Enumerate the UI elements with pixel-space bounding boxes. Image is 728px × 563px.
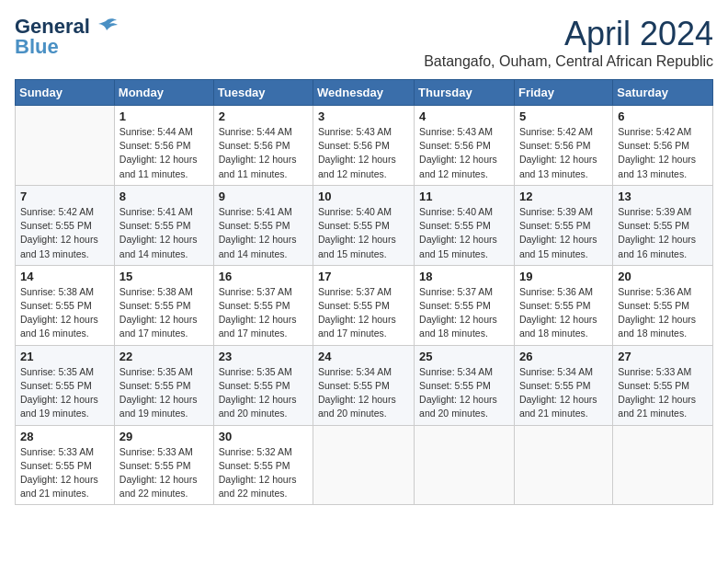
calendar-week-5: 28Sunrise: 5:33 AM Sunset: 5:55 PM Dayli… — [16, 425, 713, 505]
day-info: Sunrise: 5:37 AM Sunset: 5:55 PM Dayligh… — [318, 285, 409, 341]
calendar-cell: 30Sunrise: 5:32 AM Sunset: 5:55 PM Dayli… — [213, 425, 313, 505]
day-info: Sunrise: 5:32 AM Sunset: 5:55 PM Dayligh… — [219, 445, 308, 501]
day-info: Sunrise: 5:35 AM Sunset: 5:55 PM Dayligh… — [219, 365, 308, 421]
day-info: Sunrise: 5:39 AM Sunset: 5:55 PM Dayligh… — [519, 205, 608, 261]
day-info: Sunrise: 5:40 AM Sunset: 5:55 PM Dayligh… — [318, 205, 409, 261]
day-info: Sunrise: 5:43 AM Sunset: 5:56 PM Dayligh… — [318, 125, 409, 181]
calendar-cell: 9Sunrise: 5:41 AM Sunset: 5:55 PM Daylig… — [213, 185, 313, 265]
calendar-cell: 29Sunrise: 5:33 AM Sunset: 5:55 PM Dayli… — [114, 425, 213, 505]
day-info: Sunrise: 5:35 AM Sunset: 5:55 PM Dayligh… — [20, 365, 109, 421]
calendar-cell: 26Sunrise: 5:34 AM Sunset: 5:55 PM Dayli… — [514, 345, 612, 425]
calendar-cell: 16Sunrise: 5:37 AM Sunset: 5:55 PM Dayli… — [213, 265, 313, 345]
calendar-cell: 12Sunrise: 5:39 AM Sunset: 5:55 PM Dayli… — [514, 185, 612, 265]
day-info: Sunrise: 5:39 AM Sunset: 5:55 PM Dayligh… — [618, 205, 708, 261]
day-info: Sunrise: 5:42 AM Sunset: 5:56 PM Dayligh… — [519, 125, 608, 181]
day-number: 20 — [618, 270, 708, 283]
day-info: Sunrise: 5:33 AM Sunset: 5:55 PM Dayligh… — [119, 445, 209, 501]
calendar-header-tuesday: Tuesday — [213, 80, 313, 106]
day-number: 18 — [419, 270, 509, 283]
calendar-cell: 14Sunrise: 5:38 AM Sunset: 5:55 PM Dayli… — [16, 265, 115, 345]
calendar-cell: 28Sunrise: 5:33 AM Sunset: 5:55 PM Dayli… — [16, 425, 115, 505]
day-number: 12 — [519, 190, 608, 203]
day-number: 23 — [219, 350, 308, 363]
day-info: Sunrise: 5:40 AM Sunset: 5:55 PM Dayligh… — [419, 205, 509, 261]
calendar-cell: 22Sunrise: 5:35 AM Sunset: 5:55 PM Dayli… — [114, 345, 213, 425]
day-info: Sunrise: 5:34 AM Sunset: 5:55 PM Dayligh… — [519, 365, 608, 421]
day-info: Sunrise: 5:42 AM Sunset: 5:55 PM Dayligh… — [20, 205, 109, 261]
day-info: Sunrise: 5:38 AM Sunset: 5:55 PM Dayligh… — [20, 285, 109, 341]
calendar-cell: 23Sunrise: 5:35 AM Sunset: 5:55 PM Dayli… — [213, 345, 313, 425]
calendar-cell: 2Sunrise: 5:44 AM Sunset: 5:56 PM Daylig… — [213, 106, 313, 186]
day-info: Sunrise: 5:36 AM Sunset: 5:55 PM Dayligh… — [618, 285, 708, 341]
day-number: 16 — [219, 270, 308, 283]
day-number: 3 — [318, 109, 409, 123]
day-info: Sunrise: 5:37 AM Sunset: 5:55 PM Dayligh… — [219, 285, 308, 341]
day-number: 6 — [618, 109, 708, 123]
calendar-cell: 27Sunrise: 5:33 AM Sunset: 5:55 PM Dayli… — [613, 345, 713, 425]
calendar-week-1: 1Sunrise: 5:44 AM Sunset: 5:56 PM Daylig… — [16, 106, 713, 186]
day-number: 27 — [618, 350, 708, 363]
calendar-cell — [16, 106, 115, 186]
day-info: Sunrise: 5:37 AM Sunset: 5:55 PM Dayligh… — [419, 285, 509, 341]
calendar-cell: 17Sunrise: 5:37 AM Sunset: 5:55 PM Dayli… — [313, 265, 415, 345]
calendar-cell: 4Sunrise: 5:43 AM Sunset: 5:56 PM Daylig… — [415, 106, 515, 186]
day-number: 9 — [219, 190, 308, 203]
calendar-cell: 15Sunrise: 5:38 AM Sunset: 5:55 PM Dayli… — [114, 265, 213, 345]
day-number: 15 — [119, 270, 209, 283]
day-info: Sunrise: 5:44 AM Sunset: 5:56 PM Dayligh… — [219, 125, 308, 181]
calendar-cell: 24Sunrise: 5:34 AM Sunset: 5:55 PM Dayli… — [313, 345, 415, 425]
day-number: 7 — [20, 190, 109, 203]
day-info: Sunrise: 5:36 AM Sunset: 5:55 PM Dayligh… — [519, 285, 608, 341]
day-info: Sunrise: 5:42 AM Sunset: 5:56 PM Dayligh… — [618, 125, 708, 181]
calendar-week-4: 21Sunrise: 5:35 AM Sunset: 5:55 PM Dayli… — [16, 345, 713, 425]
day-info: Sunrise: 5:34 AM Sunset: 5:55 PM Dayligh… — [419, 365, 509, 421]
day-number: 1 — [119, 109, 209, 123]
day-number: 13 — [618, 190, 708, 203]
day-number: 2 — [219, 109, 308, 123]
calendar-cell — [415, 425, 515, 505]
day-number: 21 — [20, 350, 109, 363]
calendar-header-sunday: Sunday — [16, 80, 115, 106]
calendar-table: SundayMondayTuesdayWednesdayThursdayFrid… — [15, 79, 713, 505]
day-info: Sunrise: 5:43 AM Sunset: 5:56 PM Dayligh… — [419, 125, 509, 181]
calendar-header-wednesday: Wednesday — [313, 80, 415, 106]
calendar-header-friday: Friday — [514, 80, 612, 106]
logo-blue: Blue — [15, 35, 59, 59]
day-number: 19 — [519, 270, 608, 283]
calendar-cell: 11Sunrise: 5:40 AM Sunset: 5:55 PM Dayli… — [415, 185, 515, 265]
calendar-cell: 21Sunrise: 5:35 AM Sunset: 5:55 PM Dayli… — [16, 345, 115, 425]
day-info: Sunrise: 5:34 AM Sunset: 5:55 PM Dayligh… — [318, 365, 409, 421]
calendar-cell: 25Sunrise: 5:34 AM Sunset: 5:55 PM Dayli… — [415, 345, 515, 425]
calendar-week-2: 7Sunrise: 5:42 AM Sunset: 5:55 PM Daylig… — [16, 185, 713, 265]
calendar-cell: 1Sunrise: 5:44 AM Sunset: 5:56 PM Daylig… — [114, 106, 213, 186]
day-number: 29 — [119, 430, 209, 443]
calendar-cell: 10Sunrise: 5:40 AM Sunset: 5:55 PM Dayli… — [313, 185, 415, 265]
day-number: 5 — [519, 109, 608, 123]
calendar-cell — [313, 425, 415, 505]
calendar-cell: 5Sunrise: 5:42 AM Sunset: 5:56 PM Daylig… — [514, 106, 612, 186]
logo-bird-icon — [93, 17, 119, 36]
calendar-header-monday: Monday — [114, 80, 213, 106]
calendar-cell: 7Sunrise: 5:42 AM Sunset: 5:55 PM Daylig… — [16, 185, 115, 265]
calendar-week-3: 14Sunrise: 5:38 AM Sunset: 5:55 PM Dayli… — [16, 265, 713, 345]
calendar-cell: 20Sunrise: 5:36 AM Sunset: 5:55 PM Dayli… — [613, 265, 713, 345]
day-info: Sunrise: 5:44 AM Sunset: 5:56 PM Dayligh… — [119, 125, 209, 181]
page-header: General Blue April 2024 Batangafo, Ouham… — [15, 15, 713, 70]
title-section: April 2024 Batangafo, Ouham, Central Afr… — [424, 15, 713, 70]
day-info: Sunrise: 5:33 AM Sunset: 5:55 PM Dayligh… — [618, 365, 708, 421]
calendar-cell: 18Sunrise: 5:37 AM Sunset: 5:55 PM Dayli… — [415, 265, 515, 345]
calendar-header-saturday: Saturday — [613, 80, 713, 106]
location-title: Batangafo, Ouham, Central African Republ… — [424, 53, 713, 70]
calendar-cell: 8Sunrise: 5:41 AM Sunset: 5:55 PM Daylig… — [114, 185, 213, 265]
day-number: 22 — [119, 350, 209, 363]
day-number: 30 — [219, 430, 308, 443]
day-number: 26 — [519, 350, 608, 363]
day-number: 10 — [318, 190, 409, 203]
calendar-cell — [613, 425, 713, 505]
day-info: Sunrise: 5:41 AM Sunset: 5:55 PM Dayligh… — [219, 205, 308, 261]
day-number: 28 — [20, 430, 109, 443]
day-info: Sunrise: 5:35 AM Sunset: 5:55 PM Dayligh… — [119, 365, 209, 421]
day-number: 14 — [20, 270, 109, 283]
calendar-cell: 13Sunrise: 5:39 AM Sunset: 5:55 PM Dayli… — [613, 185, 713, 265]
logo: General Blue — [15, 15, 119, 59]
